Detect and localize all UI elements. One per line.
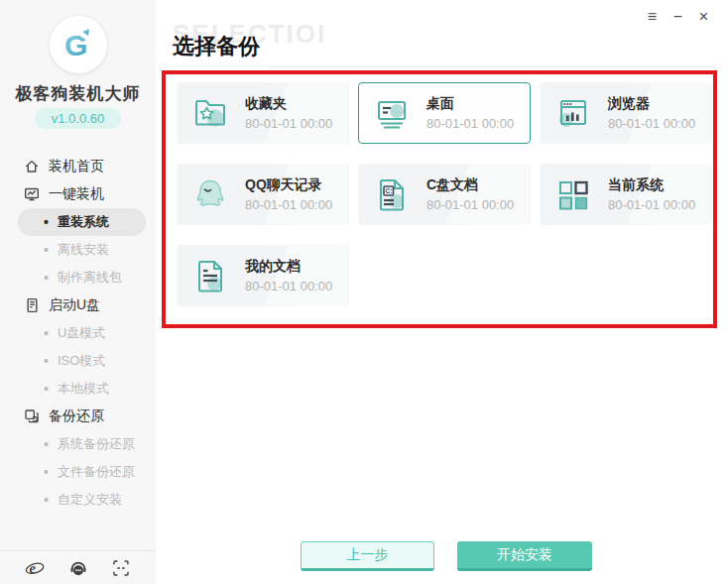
- close-button[interactable]: ×: [695, 7, 712, 27]
- backup-card[interactable]: QQ聊天记录 80-01-01 00:00: [177, 164, 349, 225]
- ie-browser-icon[interactable]: e: [25, 558, 45, 578]
- desktop-icon: [372, 93, 412, 133]
- minimize-button[interactable]: −: [669, 7, 686, 27]
- svg-text:e: e: [30, 560, 37, 576]
- sidebar-item-label: 系统备份还原: [58, 435, 135, 453]
- svg-text:G: G: [64, 29, 87, 61]
- backup-card-date: 80-01-01 00:00: [426, 197, 514, 212]
- backup-card-title: QQ聊天记录: [245, 176, 332, 194]
- backup-card-date: 80-01-01 00:00: [608, 197, 695, 212]
- sidebar-item-udisk-mode[interactable]: •U盘模式: [0, 319, 156, 347]
- menu-button[interactable]: ≡: [644, 7, 661, 27]
- sidebar-item-backup-restore[interactable]: 备份还原: [0, 403, 156, 430]
- backup-card-grid: 收藏夹 80-01-01 00:00 桌面 80-01-01 00:00 浏览器…: [177, 82, 712, 306]
- backup-card[interactable]: 我的文档 80-01-01 00:00: [177, 245, 349, 306]
- browser-icon: [553, 93, 593, 133]
- backup-card-date: 80-01-01 00:00: [245, 116, 332, 131]
- app-logo: G: [50, 16, 107, 73]
- backup-card[interactable]: 浏览器 80-01-01 00:00: [540, 82, 712, 144]
- bullet-icon: •: [44, 215, 49, 229]
- bullet-icon: •: [44, 354, 49, 368]
- main-panel: ≡ − × SELECTIOI 选择备份 收藏夹 80-01-01 00:00 …: [156, 0, 728, 584]
- sidebar-item-system-backup-restore[interactable]: •系统备份还原: [0, 430, 156, 458]
- backup-card[interactable]: 收藏夹 80-01-01 00:00: [177, 82, 349, 144]
- bullet-icon: •: [44, 382, 49, 396]
- sidebar-item-label: 制作离线包: [58, 269, 122, 287]
- sidebar-item-iso-mode[interactable]: •ISO模式: [0, 347, 156, 375]
- qq-icon: [190, 175, 230, 214]
- sidebar-item-offline-install[interactable]: •离线安装: [0, 236, 156, 264]
- backup-card-date: 80-01-01 00:00: [426, 116, 514, 131]
- restore-icon: [24, 409, 40, 424]
- sidebar-item-custom-install[interactable]: •自定义安装: [0, 486, 156, 514]
- sidebar-item-label: 重装系统: [58, 213, 109, 231]
- sidebar-item-label: 备份还原: [49, 408, 104, 425]
- folder-star-icon: [190, 93, 230, 133]
- sidebar-item-label: 本地模式: [58, 380, 109, 398]
- start-install-button[interactable]: 开始安装: [457, 541, 592, 571]
- backup-card-title: 浏览器: [608, 95, 695, 113]
- bullet-icon: •: [44, 493, 49, 507]
- support-headset-icon[interactable]: [68, 558, 88, 578]
- my-documents-icon: [190, 256, 230, 295]
- backup-card-date: 80-01-01 00:00: [245, 279, 332, 293]
- backup-card-date: 80-01-01 00:00: [608, 116, 695, 131]
- backup-card-title: 当前系统: [608, 176, 695, 194]
- backup-card[interactable]: 桌面 80-01-01 00:00: [358, 82, 531, 144]
- udisk-icon: [24, 297, 40, 313]
- backup-card-title: 收藏夹: [245, 95, 332, 113]
- sidebar-item-label: ISO模式: [58, 352, 105, 370]
- title-divider: [268, 66, 716, 67]
- sidebar-item-file-backup-restore[interactable]: •文件备份还原: [0, 458, 156, 486]
- monitor-chart-icon: [24, 186, 40, 202]
- page-title: 选择备份: [173, 32, 260, 61]
- sidebar-item-one-key-install[interactable]: 一键装机: [0, 180, 156, 208]
- bullet-icon: •: [44, 271, 49, 285]
- backup-card-title: 桌面: [426, 95, 514, 113]
- sidebar-item-label: 文件备份还原: [58, 463, 135, 481]
- sidebar-item-label: 一键装机: [49, 185, 104, 203]
- sidebar-item-local-mode[interactable]: •本地模式: [0, 375, 156, 403]
- svg-text:C:: C:: [386, 187, 393, 194]
- sidebar-item-reinstall-system[interactable]: •重装系统: [18, 208, 146, 236]
- sidebar-footer: e: [0, 550, 156, 584]
- sidebar-item-label: U盘模式: [58, 324, 105, 342]
- backup-card[interactable]: C: C盘文档 80-01-01 00:00: [358, 164, 531, 225]
- sidebar-item-label: 自定义安装: [58, 491, 122, 509]
- version-badge: v1.0.0.60: [35, 108, 122, 129]
- sidebar: G 极客狗装机大师 v1.0.0.60 装机首页一键装机•重装系统•离线安装•制…: [0, 0, 156, 584]
- sidebar-item-home[interactable]: 装机首页: [0, 153, 156, 180]
- current-system-icon: [553, 175, 593, 214]
- backup-card-title: C盘文档: [426, 176, 514, 194]
- backup-card[interactable]: 当前系统 80-01-01 00:00: [540, 164, 712, 225]
- sidebar-item-boot-udisk[interactable]: 启动U盘: [0, 292, 156, 319]
- window-controls: ≡ − ×: [644, 7, 712, 27]
- sidebar-item-make-offline-pack[interactable]: •制作离线包: [0, 264, 156, 292]
- bullet-icon: •: [44, 243, 49, 257]
- previous-step-button[interactable]: 上一步: [301, 541, 434, 571]
- home-icon: [24, 159, 40, 175]
- bullet-icon: •: [44, 465, 49, 479]
- bullet-icon: •: [44, 437, 49, 451]
- sidebar-item-label: 启动U盘: [49, 296, 100, 314]
- backup-card-title: 我的文档: [245, 258, 332, 276]
- qr-scan-icon[interactable]: [111, 558, 131, 578]
- bullet-icon: •: [44, 326, 49, 340]
- sidebar-nav: 装机首页一键装机•重装系统•离线安装•制作离线包启动U盘•U盘模式•ISO模式•…: [0, 153, 156, 514]
- app-name: 极客狗装机大师: [0, 82, 156, 105]
- backup-card-date: 80-01-01 00:00: [245, 197, 332, 212]
- sidebar-item-label: 离线安装: [58, 241, 109, 259]
- c-drive-doc-icon: C:: [372, 175, 412, 214]
- sidebar-item-label: 装机首页: [49, 158, 104, 175]
